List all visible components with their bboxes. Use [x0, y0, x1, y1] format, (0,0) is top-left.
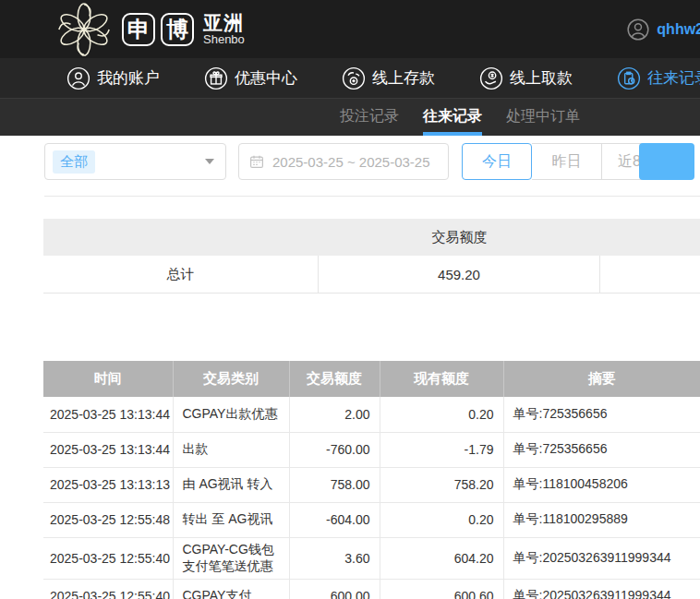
- cell-balance: 758.20: [380, 467, 503, 502]
- cell-type: CGPAY支付: [173, 579, 289, 599]
- nav-item-label: 线上取款: [510, 67, 573, 89]
- cell-amount: 600.00: [289, 579, 380, 599]
- tab-processing-orders[interactable]: 处理中订单: [506, 99, 580, 136]
- cell-balance: 0.20: [380, 502, 503, 537]
- cell-amount: 2.00: [289, 397, 380, 432]
- nav-item-label: 优惠中心: [235, 67, 297, 89]
- page: 申 博 亚洲 Shenbo qhhw2 我的账户: [0, 0, 700, 599]
- table-row: 2025-03-25 13:13:13 由 AG视讯 转入 758.00 758…: [43, 467, 700, 502]
- cell-time: 2025-03-25 12:55:40: [43, 579, 173, 599]
- summary-total-label: 总计: [43, 256, 319, 293]
- cell-amount: -760.00: [289, 432, 380, 467]
- gift-icon: [204, 66, 228, 90]
- logo-char-shen: 申: [122, 13, 155, 46]
- today-button[interactable]: 今日: [462, 143, 532, 180]
- cell-balance: 0.20: [380, 397, 503, 432]
- summary-total-row: 总计 459.20: [43, 256, 700, 294]
- tab-transaction-records[interactable]: 往来记录: [423, 99, 482, 136]
- table-row: 2025-03-25 13:13:44 CGPAY出款优惠 2.00 0.20 …: [43, 397, 700, 432]
- table-row: 2025-03-25 13:13:44 出款 -760.00 -1.79 单号:…: [43, 432, 700, 467]
- table-header-row: 时间 交易类别 交易额度 现有额度 摘要: [43, 361, 700, 397]
- col-header-balance: 现有额度: [380, 361, 503, 397]
- avatar-icon: [626, 18, 650, 42]
- summary-table: 交易额度 总计 459.20: [43, 219, 700, 294]
- category-selected-value: 全部: [53, 150, 95, 174]
- user-icon: [66, 66, 91, 90]
- summary-total-extra: [600, 256, 700, 293]
- cell-time: 2025-03-25 13:13:44: [43, 432, 173, 467]
- content: 全部 2025-03-25 ~ 2025-03-25 今日 昨日 近8日 交易额…: [0, 136, 700, 599]
- search-button[interactable]: [639, 143, 694, 180]
- cell-time: 2025-03-25 12:55:40: [43, 537, 173, 579]
- logo-char-bo: 博: [161, 13, 194, 46]
- col-header-time: 时间: [43, 361, 173, 397]
- table-row: 2025-03-25 12:55:40 CGPAY支付 600.00 600.6…: [43, 579, 700, 599]
- nav-item-label: 我的账户: [97, 67, 160, 89]
- col-header-memo: 摘要: [503, 361, 700, 397]
- cell-time: 2025-03-25 13:13:44: [43, 397, 173, 432]
- cell-type: 出款: [173, 432, 289, 467]
- cell-type: CGPAY出款优惠: [173, 397, 289, 432]
- cell-memo: 单号:118100458206: [503, 467, 700, 502]
- records-icon: [617, 66, 641, 90]
- date-range-input[interactable]: 2025-03-25 ~ 2025-03-25: [238, 143, 449, 180]
- summary-header-row: 交易额度: [43, 219, 700, 256]
- date-range-value: 2025-03-25 ~ 2025-03-25: [272, 154, 430, 170]
- top-header: 申 博 亚洲 Shenbo qhhw2: [0, 0, 700, 58]
- sub-nav: 投注记录 往来记录 处理中订单: [0, 99, 700, 136]
- transactions-table: 时间 交易类别 交易额度 现有额度 摘要 2025-03-25 13:13:44…: [43, 361, 700, 599]
- username[interactable]: qhhw2: [657, 21, 700, 38]
- cell-balance: -1.79: [380, 432, 503, 467]
- cell-time: 2025-03-25 13:13:13: [43, 467, 173, 502]
- summary-total-value: 459.20: [319, 256, 600, 293]
- nav-item-transactions[interactable]: 往来记录: [617, 66, 700, 90]
- calendar-icon: [248, 153, 265, 170]
- cell-memo: 单号:118100295889: [503, 502, 700, 537]
- summary-header-empty: [43, 219, 319, 256]
- logo-region: 亚洲 Shenbo: [203, 13, 245, 46]
- brand-logo[interactable]: 申 博 亚洲 Shenbo: [54, 0, 245, 58]
- nav-item-label: 往来记录: [647, 67, 700, 89]
- nav-item-my-account[interactable]: 我的账户: [66, 66, 160, 90]
- cell-balance: 604.20: [380, 537, 503, 579]
- nav-item-withdraw[interactable]: 线上取款: [479, 66, 573, 90]
- main-nav: 我的账户 优惠中心 线上存款 线上取款 往来记录: [0, 58, 700, 99]
- table-row: 2025-03-25 12:55:40 CGPAY-CG钱包支付笔笔送优惠 3.…: [43, 537, 700, 579]
- cell-memo: 单号:202503263911999344: [503, 537, 700, 579]
- cell-memo: 单号:202503263911999344: [503, 579, 700, 599]
- flower-logo-icon: [54, 1, 115, 58]
- nav-item-label: 线上存款: [372, 67, 435, 89]
- cell-type: CGPAY-CG钱包支付笔笔送优惠: [173, 537, 289, 579]
- withdraw-icon: [479, 66, 503, 90]
- chevron-down-icon: [205, 159, 214, 164]
- cell-balance: 600.60: [380, 579, 503, 599]
- deposit-icon: [342, 66, 366, 90]
- cell-memo: 单号:725356656: [503, 432, 700, 467]
- nav-item-deposit[interactable]: 线上存款: [342, 66, 435, 90]
- summary-header-amount: 交易额度: [319, 219, 600, 256]
- table-row: 2025-03-25 12:55:48 转出 至 AG视讯 -604.00 0.…: [43, 502, 700, 537]
- user-account[interactable]: qhhw2: [626, 0, 700, 58]
- col-header-type: 交易类别: [173, 361, 289, 397]
- cell-amount: 3.60: [289, 537, 380, 579]
- cell-memo: 单号:725356656: [503, 397, 700, 432]
- logo-region-en: Shenbo: [203, 33, 245, 46]
- cell-time: 2025-03-25 12:55:48: [43, 502, 173, 537]
- nav-item-promotions[interactable]: 优惠中心: [204, 66, 297, 90]
- category-select[interactable]: 全部: [44, 143, 226, 180]
- tab-betting-records[interactable]: 投注记录: [340, 99, 399, 136]
- logo-region-cn: 亚洲: [203, 13, 245, 33]
- summary-header-empty2: [600, 219, 700, 256]
- cell-type: 由 AG视讯 转入: [173, 467, 289, 502]
- cell-type: 转出 至 AG视讯: [173, 502, 289, 537]
- yesterday-button[interactable]: 昨日: [532, 143, 602, 180]
- cell-amount: 758.00: [289, 467, 380, 502]
- col-header-amount: 交易额度: [289, 361, 380, 397]
- divider: [44, 196, 700, 197]
- cell-amount: -604.00: [289, 502, 380, 537]
